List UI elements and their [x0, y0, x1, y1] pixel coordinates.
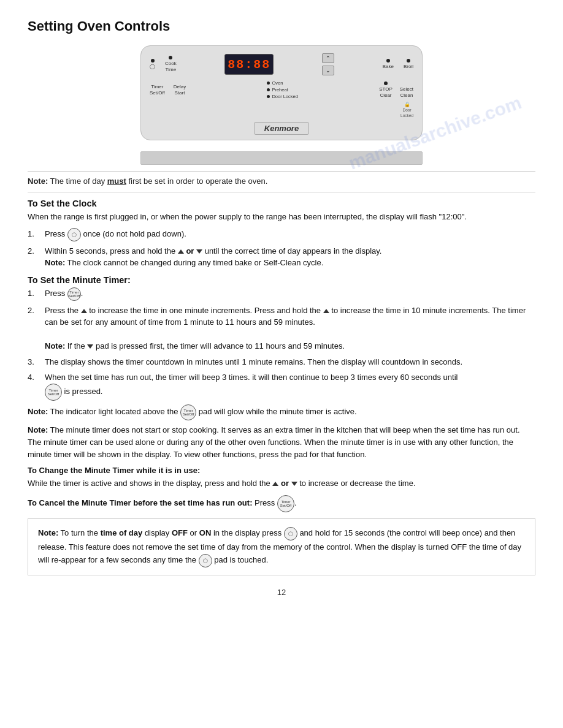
- arrow-up-icon-3: [323, 309, 329, 313]
- clock-btn-icon-note1: ◯: [284, 527, 297, 540]
- bake-indicator-dot: [386, 59, 390, 63]
- timer-btn-icon-note: TimerSet/Off: [180, 404, 196, 420]
- arrow-up-key[interactable]: ⌃: [322, 53, 334, 63]
- clock-step-2: 2. Within 5 seconds, press and hold the …: [28, 245, 535, 269]
- note-top: Note: The time of day must first be set …: [28, 176, 535, 186]
- lock-icon-area: 🔒DoorLocked: [400, 102, 413, 118]
- oven-panel: ◯ CookTime 88:88 ⌃ ⌄ Bake: [140, 45, 423, 140]
- bake-btn-label: Bake: [383, 64, 394, 70]
- timer-steps-list: 1. Press TimerSet/Off. 2. Press the to i…: [28, 287, 535, 401]
- timer-step-2: 2. Press the to increase the time in one…: [28, 305, 535, 352]
- oven-body: [28, 151, 535, 165]
- change-timer-heading: To Change the Minute Timer while it is i…: [28, 466, 535, 475]
- page-title: Setting Oven Controls: [28, 18, 535, 34]
- stop-indicator-dot: [384, 82, 388, 85]
- cancel-timer-section: To Cancel the Minute Timer before the se…: [28, 495, 535, 512]
- clock-btn-label: ◯: [150, 64, 155, 70]
- note-indicator-light: Note: The indicator light located above …: [28, 404, 535, 420]
- arrow-keys: ⌃ ⌄: [322, 53, 334, 75]
- cooktime-btn-label: CookTime: [165, 61, 177, 72]
- clock-steps-list: 1. Press ◯ once (do not hold pad down). …: [28, 228, 535, 269]
- minute-timer-heading: To Set the Minute Timer:: [28, 275, 535, 285]
- delay-btn-label: DelayStart: [174, 84, 186, 96]
- change-timer-text: While the timer is active and shows in t…: [28, 477, 535, 490]
- stop-btn-label: STOPClear: [379, 86, 393, 98]
- arrow-down-icon-2: [87, 344, 93, 349]
- arrow-up-icon-2: [81, 309, 87, 313]
- change-timer-section: To Change the Minute Timer while it is i…: [28, 466, 535, 490]
- arrow-down-icon-change: [291, 482, 297, 486]
- clock-section: To Set the Clock When the range is first…: [28, 199, 535, 269]
- brand-logo: Kenmore: [254, 122, 309, 135]
- section-divider-2: [28, 192, 535, 192]
- control-panel-image: ◯ CookTime 88:88 ⌃ ⌄ Bake: [28, 45, 535, 140]
- indicator-list: Oven Preheat Door Locked: [267, 80, 298, 100]
- select-btn-label: SelectClean: [400, 86, 413, 98]
- timer-btn-icon-cancel: TimerSet/Off: [277, 495, 294, 512]
- section-divider-top: [28, 171, 535, 172]
- clock-intro: When the range is first plugged in, or w…: [28, 211, 535, 223]
- timer-btn-label: TimerSet/Off: [150, 84, 165, 96]
- timer-step-3: 3. The display shows the timer countdown…: [28, 356, 535, 368]
- digital-display: 88:88: [224, 54, 274, 75]
- broil-btn-label: Broil: [404, 64, 413, 70]
- clock-heading: To Set the Clock: [28, 199, 535, 208]
- cooktime-indicator-dot: [169, 56, 172, 59]
- timer-step-1: 1. Press TimerSet/Off.: [28, 287, 535, 301]
- clock-btn-icon-note2: ◯: [199, 554, 212, 567]
- arrow-up-icon-inline: [178, 249, 184, 254]
- timer-btn-icon-step1: TimerSet/Off: [67, 287, 81, 301]
- arrow-down-key[interactable]: ⌄: [322, 66, 334, 75]
- arrow-down-icon-inline: [196, 249, 202, 254]
- clock-step-1: 1. Press ◯ once (do not hold pad down).: [28, 228, 535, 241]
- cancel-timer-text: To Cancel the Minute Timer before the se…: [28, 495, 535, 512]
- bottom-note-box: Note: To turn the time of day display OF…: [28, 518, 535, 575]
- clock-indicator-dot: [151, 59, 155, 63]
- clock-btn-icon: ◯: [67, 228, 81, 241]
- timer-step-4: 4. When the set time has run out, the ti…: [28, 371, 535, 401]
- note-extra-timer: Note: The minute timer does not start or…: [28, 424, 535, 461]
- bottom-note-text: Note: To turn the time of day display OF…: [38, 526, 525, 567]
- arrow-up-icon-change: [272, 482, 278, 486]
- minute-timer-section: To Set the Minute Timer: 1. Press TimerS…: [28, 275, 535, 461]
- timer-btn-icon-step4: TimerSet/Off: [45, 384, 62, 401]
- broil-indicator-dot: [407, 59, 410, 63]
- page-number: 12: [28, 588, 535, 597]
